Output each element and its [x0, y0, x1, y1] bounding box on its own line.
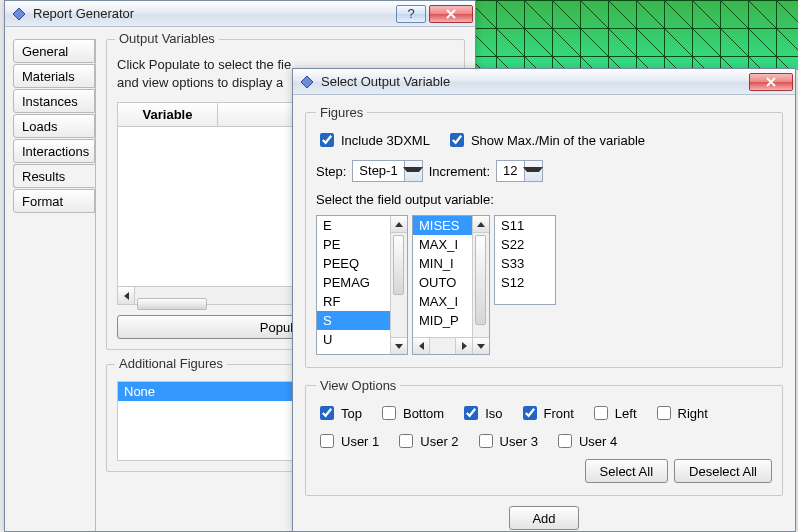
chevron-down-icon[interactable]: [524, 161, 542, 181]
tab-general[interactable]: General: [13, 39, 95, 63]
v-scrollbar[interactable]: [472, 216, 489, 354]
sov-title: Select Output Variable: [321, 74, 749, 89]
tab-instances[interactable]: Instances: [13, 89, 95, 113]
view-top-checkbox[interactable]: Top: [316, 403, 362, 423]
view-options-legend: View Options: [316, 378, 400, 393]
app-icon: [299, 74, 315, 90]
component-list[interactable]: S11S22S33S12: [494, 215, 556, 305]
deselect-all-button[interactable]: Deselect All: [674, 459, 772, 483]
scroll-right-icon[interactable]: [455, 338, 472, 354]
app-icon: [11, 6, 27, 22]
view-bottom-checkbox[interactable]: Bottom: [378, 403, 444, 423]
scroll-up-icon[interactable]: [391, 216, 407, 233]
sov-titlebar[interactable]: Select Output Variable: [293, 69, 795, 95]
view-user-2-checkbox[interactable]: User 2: [395, 431, 458, 451]
group-title: Output Variables: [115, 31, 219, 46]
step-label: Step:: [316, 164, 346, 179]
invariant-list[interactable]: MISESMAX_IMIN_IOUTOMAX_IMID_P: [412, 215, 490, 355]
list-item[interactable]: S33: [495, 254, 555, 273]
show-maxmin-checkbox[interactable]: Show Max./Min of the variable: [446, 130, 645, 150]
rg-title: Report Generator: [33, 6, 396, 21]
h-scrollbar[interactable]: [413, 337, 472, 354]
tab-loads[interactable]: Loads: [13, 114, 95, 138]
rg-tabs: GeneralMaterialsInstancesLoadsInteractio…: [5, 27, 95, 531]
figures-legend: Figures: [316, 105, 367, 120]
scroll-down-icon[interactable]: [391, 337, 407, 354]
tab-format[interactable]: Format: [13, 189, 95, 213]
select-field-label: Select the field output variable:: [316, 192, 494, 207]
help-button[interactable]: ?: [396, 5, 426, 23]
include-3dxml-checkbox[interactable]: Include 3DXML: [316, 130, 430, 150]
scroll-thumb[interactable]: [137, 298, 207, 310]
select-output-variable-window: Select Output Variable Figures Include 3…: [292, 68, 796, 532]
view-user-1-checkbox[interactable]: User 1: [316, 431, 379, 451]
figures-group: Figures Include 3DXML Show Max./Min of t…: [305, 105, 783, 368]
svg-marker-1: [301, 76, 313, 88]
v-scrollbar[interactable]: [390, 216, 407, 354]
scroll-left-icon[interactable]: [413, 338, 430, 354]
chevron-down-icon[interactable]: [404, 161, 422, 181]
scroll-down-icon[interactable]: [473, 337, 489, 354]
increment-label: Increment:: [429, 164, 490, 179]
additional-title: Additional Figures: [115, 356, 227, 371]
variable-list[interactable]: EPEPEEQPEMAGRFSU: [316, 215, 408, 355]
close-button[interactable]: [429, 5, 473, 23]
rg-titlebar[interactable]: Report Generator ?: [5, 1, 475, 27]
list-item[interactable]: S12: [495, 273, 555, 292]
add-button[interactable]: Add: [509, 506, 579, 530]
close-button[interactable]: [749, 73, 793, 91]
select-all-button[interactable]: Select All: [585, 459, 668, 483]
step-combo[interactable]: Step-1: [352, 160, 422, 182]
mesh-background: [468, 0, 798, 70]
list-item[interactable]: S11: [495, 216, 555, 235]
th-variable[interactable]: Variable: [118, 103, 218, 126]
increment-combo[interactable]: 12: [496, 160, 542, 182]
view-left-checkbox[interactable]: Left: [590, 403, 637, 423]
scroll-up-icon[interactable]: [473, 216, 489, 233]
tab-results[interactable]: Results: [13, 164, 95, 188]
view-options-group: View Options TopBottomIsoFrontLeftRightU…: [305, 378, 783, 496]
svg-marker-0: [13, 8, 25, 20]
view-iso-checkbox[interactable]: Iso: [460, 403, 502, 423]
tab-interactions[interactable]: Interactions: [13, 139, 95, 163]
view-user-3-checkbox[interactable]: User 3: [475, 431, 538, 451]
view-right-checkbox[interactable]: Right: [653, 403, 708, 423]
tab-materials[interactable]: Materials: [13, 64, 95, 88]
list-item[interactable]: S22: [495, 235, 555, 254]
view-user-4-checkbox[interactable]: User 4: [554, 431, 617, 451]
scroll-left-icon[interactable]: [118, 287, 135, 304]
view-front-checkbox[interactable]: Front: [519, 403, 574, 423]
